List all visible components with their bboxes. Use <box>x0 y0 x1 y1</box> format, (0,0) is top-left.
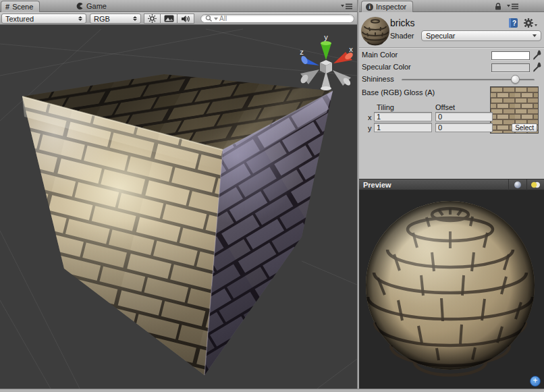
scene-tabbar: # Scene Game <box>0 0 357 12</box>
preview-sphere-icon <box>514 181 522 189</box>
search-icon <box>205 15 213 22</box>
preview-lighting-button[interactable] <box>526 179 544 190</box>
game-icon <box>76 2 84 10</box>
render-mode-dropdown[interactable]: Textured <box>1 13 86 24</box>
gizmo-z-label: z <box>300 48 304 56</box>
shininess-label: Shininess <box>362 75 394 83</box>
x-row-label: x <box>368 113 372 121</box>
color-mode-value: RGB <box>94 15 129 23</box>
material-name: bricks <box>390 18 415 28</box>
slider-handle[interactable] <box>511 75 520 84</box>
preview-shape-button[interactable] <box>508 179 526 190</box>
preview-area[interactable]: + <box>359 190 544 389</box>
render-mode-value: Textured <box>5 15 74 23</box>
texture-thumbnail[interactable]: Select <box>490 86 539 134</box>
tab-game[interactable]: Game <box>76 0 107 12</box>
gizmo-neg-y-base <box>321 86 331 90</box>
gizmo-y-label: y <box>324 33 328 41</box>
audio-toggle-button[interactable] <box>178 13 194 24</box>
axis-gizmo[interactable]: y z x <box>299 33 354 90</box>
inspector-panel-menu-icon[interactable] <box>507 3 519 9</box>
specular-color-picker-button[interactable] <box>533 62 541 72</box>
add-icon: + <box>533 376 537 385</box>
audio-icon <box>181 15 190 23</box>
gizmo-x-label: x <box>349 45 353 53</box>
specular-color-swatch[interactable] <box>491 63 530 72</box>
tiling-label: Tiling <box>377 103 394 111</box>
main-color-label: Main Color <box>362 51 398 59</box>
main-color-picker-button[interactable] <box>533 50 541 60</box>
tiling-y-field[interactable] <box>374 123 432 132</box>
tab-scene-label: Scene <box>12 3 33 11</box>
dropdown-arrow-icon <box>533 34 537 37</box>
scene-search-field[interactable]: All <box>200 14 354 23</box>
offset-y-field[interactable] <box>435 123 493 132</box>
shininess-slider[interactable] <box>402 74 535 85</box>
search-filter-value: All <box>219 15 227 22</box>
lock-icon[interactable] <box>495 3 501 10</box>
scene-viewport[interactable]: y z x <box>0 25 357 389</box>
main-color-swatch[interactable] <box>491 51 530 60</box>
gizmo-y-cone[interactable] <box>321 43 331 60</box>
tiling-x-field[interactable] <box>374 112 432 121</box>
preview-title: Preview <box>363 181 391 189</box>
preview-sphere <box>359 190 544 389</box>
y-row-label: y <box>368 124 372 132</box>
overlay-toggle-button[interactable] <box>161 13 178 24</box>
scene-toolbar: Textured RGB <box>0 12 357 25</box>
image-icon <box>164 15 174 22</box>
eyedropper-icon <box>533 62 541 72</box>
stepper-icon <box>133 16 137 22</box>
inspector-pane: i Inspector <box>359 0 544 389</box>
specular-color-label: Specular Color <box>362 63 411 71</box>
help-button[interactable]: ? <box>508 18 519 28</box>
brick-cube[interactable] <box>22 74 333 375</box>
settings-button[interactable] <box>523 18 538 28</box>
preview-lighting-icon <box>531 181 541 188</box>
lighting-toggle-button[interactable] <box>144 13 161 24</box>
eyedropper-icon <box>533 50 541 59</box>
scene-panel-menu-icon[interactable] <box>341 3 353 9</box>
stepper-icon <box>78 16 82 22</box>
tab-inspector-label: Inspector <box>376 3 406 11</box>
color-mode-dropdown[interactable]: RGB <box>90 13 141 24</box>
inspector-info-icon: i <box>366 3 373 11</box>
tab-scene[interactable]: # Scene <box>1 1 40 12</box>
offset-label: Offset <box>435 103 455 111</box>
unity-editor-window: # Scene Game Textured RGB <box>0 0 544 392</box>
shader-value: Specular <box>426 32 455 40</box>
shader-label: Shader <box>390 32 414 40</box>
texture-select-button[interactable]: Select <box>512 123 537 132</box>
preview-header[interactable]: Preview <box>359 179 544 190</box>
shader-dropdown[interactable]: Specular <box>421 30 541 41</box>
material-preview-ball <box>360 16 390 46</box>
gear-icon <box>524 18 537 28</box>
inspector-tabbar: i Inspector <box>359 0 544 12</box>
gizmo-y-base <box>321 41 331 45</box>
texture-slot-label: Base (RGB) Gloss (A) <box>362 88 435 96</box>
scene-grid-icon: # <box>5 3 9 10</box>
tab-game-label: Game <box>86 2 107 10</box>
search-filter-arrow-icon <box>214 18 218 20</box>
tab-inspector[interactable]: i Inspector <box>361 1 413 12</box>
help-icon: ? <box>512 20 516 27</box>
offset-x-field[interactable] <box>435 112 493 121</box>
sun-icon <box>148 14 157 23</box>
window-bottom-edge <box>0 389 544 392</box>
preview-add-button[interactable]: + <box>530 376 541 387</box>
header-divider <box>359 47 544 48</box>
